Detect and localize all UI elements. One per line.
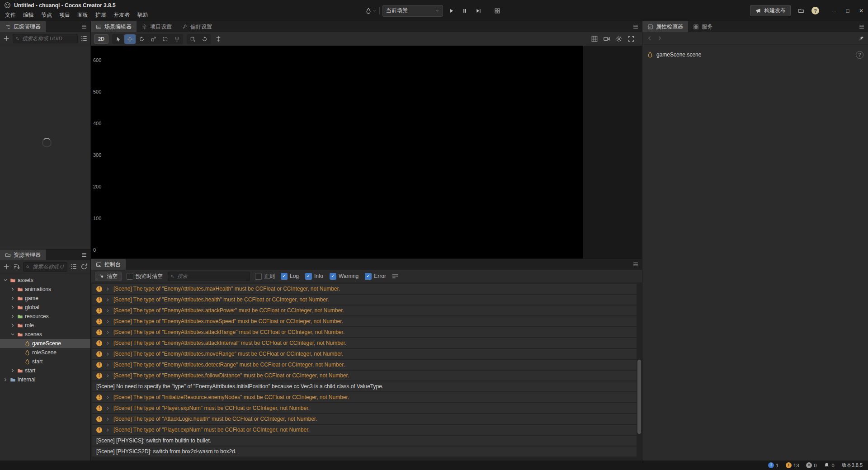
- log-row[interactable]: ![Scene] The type of "EnemyAttributes.at…: [92, 306, 637, 315]
- filter-warning-checkbox[interactable]: Warning: [330, 273, 359, 280]
- panel-menu-icon[interactable]: [629, 259, 642, 270]
- status-notifications[interactable]: 0: [824, 462, 834, 468]
- log-row[interactable]: ![Scene] The type of "EnemyAttributes.de…: [92, 360, 637, 370]
- pivot-mode-button[interactable]: [187, 34, 198, 44]
- asset-item-role[interactable]: role: [0, 321, 90, 330]
- asset-item-internal[interactable]: internal: [0, 375, 90, 384]
- create-asset-button[interactable]: [2, 263, 10, 271]
- log-row[interactable]: ![Scene] The type of "EnemyAttributes.at…: [92, 338, 637, 348]
- close-button[interactable]: ✕: [854, 0, 868, 21]
- checkbox[interactable]: [281, 273, 288, 280]
- menu-help[interactable]: 帮助: [133, 10, 151, 20]
- step-button[interactable]: [473, 5, 484, 16]
- inspected-asset-row[interactable]: gameScene.scene ?: [642, 49, 868, 61]
- log-row[interactable]: ![Scene] The type of "Player.expNum" mus…: [92, 425, 637, 435]
- preview-scene-select[interactable]: 当前场景: [382, 5, 443, 17]
- tab-project-settings[interactable]: 项目设置: [137, 21, 177, 32]
- collapse-all-button[interactable]: [70, 263, 78, 271]
- sort-assets-button[interactable]: [13, 263, 21, 271]
- checkbox[interactable]: [365, 273, 372, 280]
- log-row[interactable]: ![Scene] The type of "InitializeResource…: [92, 392, 637, 402]
- menu-edit[interactable]: 编辑: [19, 10, 38, 20]
- filter-info-checkbox[interactable]: Info: [305, 273, 323, 280]
- log-row[interactable]: [Scene] No need to specify the "type" of…: [92, 381, 637, 391]
- checkbox[interactable]: [127, 273, 133, 280]
- clear-console-button[interactable]: 清空: [95, 272, 122, 281]
- tab-hierarchy-manager[interactable]: 层级管理器: [0, 21, 46, 32]
- expand-log-icon[interactable]: [105, 406, 110, 411]
- asset-item-scenes[interactable]: scenes: [0, 330, 90, 339]
- fullscreen-button[interactable]: [627, 35, 635, 42]
- expand-log-icon[interactable]: [105, 308, 110, 313]
- rect-tool-button[interactable]: [160, 34, 171, 44]
- menu-panel[interactable]: 面板: [74, 10, 92, 20]
- preview-platform-dropdown[interactable]: [365, 5, 377, 16]
- expand-log-icon[interactable]: [105, 417, 110, 422]
- log-row[interactable]: ![Scene] The type of "EnemyAttributes.fo…: [92, 371, 637, 381]
- menu-file[interactable]: 文件: [1, 10, 19, 20]
- scene-settings-button[interactable]: [615, 35, 623, 42]
- panel-menu-icon[interactable]: [78, 21, 90, 32]
- clear-on-preview-checkbox[interactable]: 预览时清空: [127, 273, 163, 280]
- select-tool-button[interactable]: [113, 34, 124, 44]
- expand-log-icon[interactable]: [105, 352, 110, 357]
- refresh-assets-button[interactable]: [80, 263, 88, 271]
- expand-log-icon[interactable]: [105, 428, 110, 432]
- chevron-right-icon[interactable]: [10, 296, 15, 301]
- status-errors[interactable]: ✕ 0: [806, 462, 816, 468]
- pin-inspector-button[interactable]: [858, 35, 864, 42]
- chevron-right-icon[interactable]: [10, 314, 15, 319]
- filter-log-checkbox[interactable]: Log: [281, 273, 299, 280]
- chevron-right-icon[interactable]: [10, 323, 15, 328]
- expand-log-icon[interactable]: [105, 319, 110, 324]
- history-forward-button[interactable]: [656, 35, 663, 42]
- chevron-right-icon[interactable]: [10, 368, 15, 373]
- hierarchy-search[interactable]: [13, 34, 78, 43]
- asset-item-roleScene[interactable]: roleScene: [0, 348, 90, 357]
- help-button[interactable]: ?: [811, 7, 819, 14]
- asset-item-gameScene[interactable]: gameScene: [0, 339, 90, 348]
- assets-search-input[interactable]: [32, 263, 65, 270]
- log-row[interactable]: ![Scene] The type of "EnemyAttributes.mo…: [92, 349, 637, 359]
- tab-scene-editor[interactable]: 场景编辑器: [91, 21, 137, 32]
- tab-services[interactable]: 服务: [688, 21, 717, 32]
- anchor-tool-button[interactable]: [171, 34, 183, 44]
- maximize-button[interactable]: □: [841, 0, 854, 21]
- expand-log-icon[interactable]: [105, 297, 110, 302]
- asset-item-start[interactable]: start: [0, 366, 90, 375]
- log-row[interactable]: [Scene] [PHYSICS]: switch from builtin t…: [92, 436, 637, 446]
- rotate-tool-button[interactable]: [136, 34, 147, 44]
- asset-help-icon[interactable]: ?: [856, 51, 863, 59]
- console-search-input[interactable]: [176, 273, 247, 279]
- scene-camera-button[interactable]: [603, 35, 610, 42]
- log-row[interactable]: [Scene] [PHYSICS2D]: switch from box2d-w…: [92, 446, 637, 456]
- chevron-right-icon[interactable]: [3, 377, 8, 382]
- status-warnings[interactable]: ! 13: [786, 462, 799, 468]
- tab-assets-manager[interactable]: 资源管理器: [0, 249, 46, 260]
- panel-menu-icon[interactable]: [855, 21, 868, 32]
- console-search[interactable]: [168, 272, 250, 281]
- log-row[interactable]: ![Scene] The type of "EnemyAttributes.at…: [92, 327, 637, 337]
- log-row[interactable]: ![Scene] The type of "Player.expNum" mus…: [92, 403, 637, 413]
- 2d-toggle-button[interactable]: 2D: [94, 34, 108, 44]
- move-tool-button[interactable]: [124, 34, 136, 44]
- asset-item-start[interactable]: start: [0, 357, 90, 366]
- asset-item-animations[interactable]: animations: [0, 285, 90, 294]
- log-row[interactable]: ![Scene] The type of "EnemyAttributes.he…: [92, 295, 637, 305]
- play-button[interactable]: [446, 5, 457, 16]
- assets-search[interactable]: [23, 262, 67, 272]
- minimize-button[interactable]: ─: [827, 0, 841, 21]
- snap-settings-button[interactable]: [214, 35, 222, 43]
- asset-item-game[interactable]: game: [0, 294, 90, 303]
- checkbox[interactable]: [255, 273, 262, 280]
- chevron-right-icon[interactable]: [10, 305, 15, 310]
- asset-item-resources[interactable]: resources: [0, 312, 90, 321]
- grid-visibility-button[interactable]: [591, 35, 598, 42]
- tab-inspector[interactable]: 属性检查器: [642, 21, 688, 32]
- expand-log-icon[interactable]: [105, 330, 110, 335]
- create-node-button[interactable]: [2, 34, 10, 42]
- log-row[interactable]: ![Scene] The type of "EnemyAttributes.ma…: [92, 284, 637, 294]
- log-row[interactable]: ![Scene] The type of "EnemyAttributes.mo…: [92, 316, 637, 326]
- menu-extension[interactable]: 扩展: [92, 10, 110, 20]
- menu-project[interactable]: 项目: [56, 10, 74, 20]
